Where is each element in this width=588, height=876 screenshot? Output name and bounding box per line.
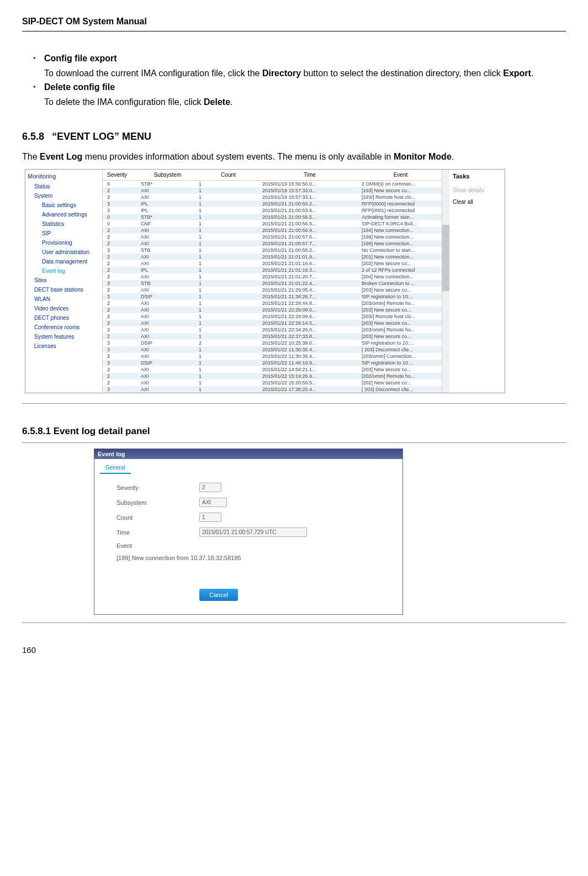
log-row[interactable]: 2AXI12015/01/21 21:01:01.9...[201] New c… — [103, 254, 442, 260]
sidebar-nav: Monitoring StatusSystem Basic settingsAd… — [25, 170, 103, 393]
doc-header: SIP-DECT OM System Manual — [22, 17, 566, 27]
section-number: 6.5.8 — [22, 131, 44, 142]
sidebar-item[interactable]: System features — [28, 332, 100, 341]
log-row[interactable]: 3DSIP22015/01/22 10:25:38.0...SIP regist… — [103, 340, 442, 346]
label-count: Count — [116, 514, 199, 521]
sidebar-subitem[interactable]: Basic settings — [28, 200, 100, 210]
col-header-time[interactable]: Time — [260, 170, 359, 180]
section-intro: The Event Log menu provides information … — [22, 150, 566, 163]
sidebar-subitem[interactable]: SIP — [28, 229, 100, 238]
event-log-detail-panel: Event log General Severity Subsystem Cou… — [94, 448, 403, 615]
log-table: Severity Subsystem Count Time Event 0STB… — [103, 170, 442, 393]
log-row[interactable]: 3DSIP12015/01/22 11:46:19.9...SIP regist… — [103, 360, 442, 366]
sidebar-item[interactable]: WLAN — [28, 294, 100, 304]
bullet-title: Config file export — [44, 54, 566, 64]
log-row[interactable]: 2AXI12015/01/21 22:29:14.5...[203] New s… — [103, 320, 442, 326]
sidebar-item[interactable]: DECT phones — [28, 313, 100, 323]
sidebar-subitem[interactable]: Data management — [28, 257, 100, 266]
header-rule — [22, 31, 566, 31]
task-show-details: Show details — [453, 187, 501, 193]
sidebar-subitem[interactable]: User administration — [28, 247, 100, 257]
sidebar-item[interactable]: Video devices — [28, 304, 100, 313]
input-count — [199, 513, 221, 522]
event-text: [199] New connection from 10.37.18.32:58… — [116, 555, 389, 561]
sidebar-heading[interactable]: Monitoring — [28, 173, 100, 180]
bullet-title: Delete config file — [44, 82, 566, 92]
col-header-event[interactable]: Event — [359, 170, 442, 180]
bullet-body: To delete the IMA configuration file, cl… — [44, 97, 233, 107]
section-title: “EVENT LOG” MENU — [52, 131, 151, 142]
col-header-severity[interactable]: Severity — [103, 170, 139, 180]
log-row[interactable]: 3DSIP12015/01/21 21:36:26.7...SIP regist… — [103, 293, 442, 300]
bullet-item-delete: Delete config file To delete the IMA con… — [33, 82, 566, 109]
subsection-number: 6.5.8.1 — [22, 426, 51, 436]
log-header: Severity Subsystem Count Time Event — [103, 170, 442, 181]
sidebar-item[interactable]: Sites — [28, 276, 100, 285]
subsection-title: Event log detail panel — [54, 426, 150, 436]
log-row[interactable]: 3STB12015/01/21 21:00:58.2...No Connecti… — [103, 247, 442, 254]
sidebar-subitem[interactable]: Advanced settings — [28, 210, 100, 219]
sidebar-subitem[interactable]: Provisioning — [28, 238, 100, 247]
log-row[interactable]: 3IPL12015/01/21 21:00:50.2...RFP(0000) r… — [103, 200, 442, 207]
tasks-heading: Tasks — [453, 173, 501, 180]
log-row[interactable]: 2AXI12015/01/21 22:29:09.0...[203] New s… — [103, 307, 442, 313]
sidebar-item-eventlog[interactable]: Event log — [28, 266, 100, 276]
sidebar-item[interactable]: System — [28, 191, 100, 200]
bullet-body: To download the current IMA configuratio… — [44, 68, 533, 78]
sidebar-item[interactable]: Conference rooms — [28, 323, 100, 332]
log-row[interactable]: 2AXI12015/01/22 15:20:59.5...[202] New s… — [103, 379, 442, 386]
col-header-subsystem[interactable]: Subsystem — [139, 170, 197, 180]
tasks-panel: Tasks Show details Clear all — [449, 170, 505, 393]
scrollbar-thumb[interactable] — [442, 225, 449, 291]
bullet-item-export: Config file export To download the curre… — [33, 54, 566, 80]
log-row[interactable]: 2AXI12015/01/22 11:30:35.4...[203/omm] C… — [103, 353, 442, 360]
subsection-rule — [22, 442, 566, 443]
label-severity: Severity — [116, 484, 199, 491]
sidebar-item[interactable]: DECT base stations — [28, 285, 100, 294]
log-row[interactable]: 3IPL12015/01/21 21:00:53.6...RFP(0001) r… — [103, 207, 442, 214]
log-row[interactable]: 2AXI12015/01/19 15:57:33.1...[193/] Remo… — [103, 194, 442, 200]
cancel-button[interactable]: Cancel — [199, 589, 238, 601]
label-event: Event — [116, 542, 199, 549]
label-subsystem: Subsystem — [116, 499, 199, 506]
log-row[interactable]: 3STB12015/01/21 21:01:22.4...Broken Conn… — [103, 280, 442, 287]
section-heading: 6.5.8“EVENT LOG” MENU — [22, 131, 566, 143]
log-row[interactable]: 2AXI12015/01/21 21:29:05.4...[203] New s… — [103, 287, 442, 293]
log-row[interactable]: 3AXI12015/01/22 17:38:20.4...[ 203] Disc… — [103, 386, 442, 393]
log-row[interactable]: 2IPL12015/01/21 21:01:19.3...2 of 12 RFP… — [103, 267, 442, 273]
subsection-heading: 6.5.8.1 Event log detail panel — [22, 426, 566, 437]
page-number: 160 — [22, 645, 566, 655]
log-row[interactable]: 0STB*12015/01/21 21:00:56.5...Activating… — [103, 214, 442, 220]
log-row[interactable]: 2AXI12015/01/22 14:58:21.1...[203] New s… — [103, 366, 442, 373]
label-time: Time — [116, 529, 199, 536]
scrollbar[interactable] — [442, 170, 449, 393]
detail-header: Event log — [94, 449, 402, 459]
sidebar-subitem[interactable]: Statistics — [28, 219, 100, 229]
log-row[interactable]: 2AXI12015/01/21 21:00:57.7...[199] New c… — [103, 240, 442, 247]
input-time — [199, 527, 307, 537]
log-row[interactable]: 2AXI12015/01/21 21:00:57.6...[198] New c… — [103, 234, 442, 240]
col-header-count[interactable]: Count — [197, 170, 260, 180]
log-row[interactable]: 2AXI12015/01/22 15:19:26.9...[202/omm] R… — [103, 373, 442, 379]
input-subsystem — [199, 498, 227, 507]
log-row[interactable]: 2AXI12015/01/21 21:00:56.9...[194] New c… — [103, 227, 442, 234]
log-row[interactable]: 2AXI12015/01/21 21:01:20.7...[204] New c… — [103, 273, 442, 280]
log-row[interactable]: 0CNF12015/01/21 21:00:56.5...SIP-DECT 6.… — [103, 220, 442, 227]
sidebar-item[interactable]: Status — [28, 182, 100, 191]
sidebar-item[interactable]: Licenses — [28, 341, 100, 351]
log-row[interactable]: 3AXI12015/01/22 11:30:35.4...[ 203] Disc… — [103, 346, 442, 353]
separator — [22, 403, 566, 404]
log-row[interactable]: 2AXI12015/01/21 22:28:44.8...[203/omm] R… — [103, 300, 442, 307]
detail-tab-general[interactable]: General — [100, 462, 131, 474]
event-log-screenshot: Monitoring StatusSystem Basic settingsAd… — [25, 169, 505, 393]
task-clear-all[interactable]: Clear all — [453, 199, 501, 205]
log-row[interactable]: 2AXI12015/01/21 22:37:33.8...[203] New s… — [103, 333, 442, 340]
log-row[interactable]: 0STB*12015/01/19 15:56:50.0...2 OMM(s) o… — [103, 181, 442, 187]
log-row[interactable]: 2AXI12015/01/21 22:29:09.6...[203/] Remo… — [103, 313, 442, 320]
log-row[interactable]: 2AXI12015/01/19 15:57:33.0...[193] New s… — [103, 187, 442, 194]
log-row[interactable]: 2AXI12015/01/21 22:34:26.0...[203/omm] R… — [103, 326, 442, 333]
bullet-list: Config file export To download the curre… — [33, 54, 566, 109]
detail-body: Severity Subsystem Count Time Event [199… — [94, 474, 402, 614]
input-severity — [199, 483, 221, 492]
log-row[interactable]: 2AXI12015/01/21 21:01:16.6...[202] New s… — [103, 260, 442, 267]
